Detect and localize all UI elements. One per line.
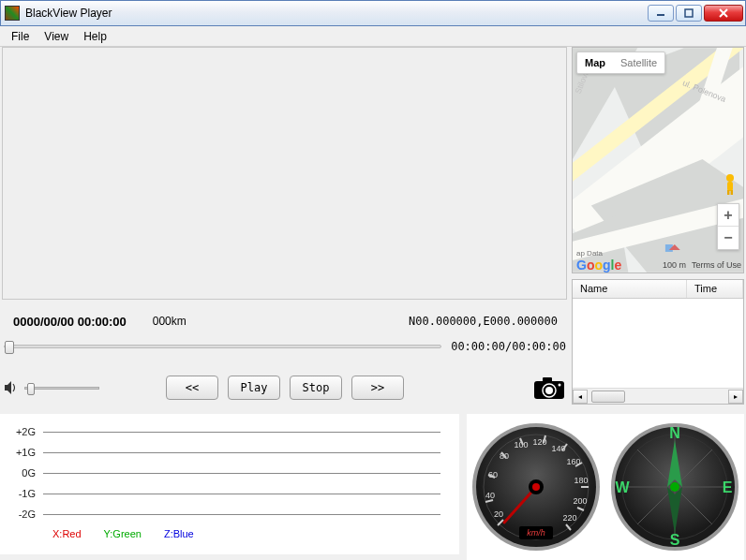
map-panel[interactable]: ul. Polenova Stilova Map Satellite + − a…	[572, 47, 744, 273]
menu-bar: File View Help	[0, 26, 746, 47]
map-type-map[interactable]: Map	[577, 52, 613, 73]
app-icon	[5, 6, 20, 21]
file-list-header: Name Time	[573, 280, 743, 299]
volume-icon	[4, 380, 19, 395]
g-label: +1G	[7, 447, 36, 458]
window-titlebar: BlackView Player	[0, 0, 746, 26]
svg-point-9	[559, 384, 561, 387]
g-label: +2G	[7, 426, 36, 437]
gauges-panel: 20 40 60 80 100 120 140 160 180 200 220	[467, 414, 744, 560]
svg-rect-6	[543, 377, 552, 382]
maximize-icon	[684, 8, 694, 18]
legend-z: Z:Blue	[164, 528, 194, 539]
svg-rect-23	[727, 190, 729, 195]
legend-x: X:Red	[52, 528, 82, 539]
playback-info-row: 0000/00/00 00:00:00 000km N00.000000,E00…	[2, 307, 567, 335]
svg-point-21	[726, 174, 734, 182]
file-list-body[interactable]	[573, 299, 743, 388]
play-button[interactable]: Play	[228, 376, 280, 400]
forward-button[interactable]: >>	[351, 376, 404, 400]
svg-text:220: 220	[562, 513, 576, 523]
menu-view[interactable]: View	[37, 28, 76, 45]
scroll-track[interactable]	[588, 390, 728, 404]
timestamp-label: 0000/00/00 00:00:00	[13, 315, 127, 329]
map-data-label: ap Data	[576, 249, 603, 258]
volume-slider[interactable]	[24, 387, 99, 390]
map-zoom-control: + −	[717, 203, 739, 250]
snapshot-button[interactable]	[532, 375, 566, 401]
map-type-control: Map Satellite	[576, 52, 665, 74]
svg-point-8	[545, 387, 553, 394]
svg-marker-4	[5, 381, 11, 394]
minimize-button[interactable]	[648, 5, 674, 22]
volume-thumb[interactable]	[27, 383, 35, 395]
gsensor-graph: +2G +1G 0G -1G -2G X:Red Y:Green Z:Blue	[0, 414, 459, 554]
zoom-out-button[interactable]: −	[718, 227, 739, 249]
window-title: BlackView Player	[25, 7, 648, 20]
svg-rect-1	[685, 9, 693, 17]
maximize-button[interactable]	[676, 5, 702, 22]
svg-point-61	[670, 482, 679, 492]
horizontal-scrollbar[interactable]: ◂ ▸	[573, 388, 743, 404]
seek-slider[interactable]	[4, 345, 441, 348]
scroll-thumb[interactable]	[591, 391, 625, 403]
close-icon	[718, 8, 729, 18]
g-label: -2G	[7, 508, 36, 520]
gps-coords-label: N00.000000,E000.000000	[409, 315, 558, 328]
video-display	[2, 47, 567, 300]
compass-w: W	[615, 479, 630, 495]
close-button[interactable]	[704, 5, 743, 22]
speedometer-gauge: 20 40 60 80 100 120 140 160 180 200 220	[470, 421, 602, 553]
svg-text:200: 200	[573, 496, 587, 506]
seek-thumb[interactable]	[5, 341, 14, 354]
map-terms-link[interactable]: Terms of Use	[692, 260, 741, 270]
menu-help[interactable]: Help	[76, 28, 114, 45]
column-time[interactable]: Time	[687, 280, 743, 298]
map-footer: Google 100 m Terms of Use	[573, 258, 743, 273]
seek-row: 00:00:00/00:00:00	[4, 335, 566, 358]
distance-label: 000km	[153, 315, 186, 328]
svg-text:20: 20	[494, 509, 503, 519]
speed-unit-label: km/h	[527, 528, 545, 538]
stop-button[interactable]: Stop	[290, 376, 342, 400]
svg-rect-24	[731, 190, 733, 195]
google-logo: Google	[576, 258, 621, 273]
g-label: -1G	[7, 488, 36, 499]
file-list-panel: Name Time ◂ ▸	[572, 279, 744, 405]
compass-gauge: N E S W	[609, 421, 740, 553]
menu-file[interactable]: File	[4, 28, 37, 45]
svg-point-52	[532, 483, 540, 491]
minimize-icon	[656, 8, 665, 18]
streetview-pegman[interactable]	[723, 173, 738, 196]
map-type-satellite[interactable]: Satellite	[613, 52, 664, 73]
compass-s: S	[670, 532, 680, 548]
scroll-right-arrow[interactable]: ▸	[728, 390, 743, 404]
compass-n: N	[669, 425, 680, 441]
zoom-in-button[interactable]: +	[718, 204, 739, 227]
map-scale-label: 100 m	[663, 260, 686, 270]
column-name[interactable]: Name	[573, 280, 687, 298]
controls-row: << Play Stop >>	[4, 371, 566, 405]
g-label: 0G	[7, 467, 36, 479]
scroll-left-arrow[interactable]: ◂	[573, 390, 588, 404]
seek-time-label: 00:00:00/00:00:00	[451, 340, 566, 353]
svg-text:40: 40	[485, 491, 495, 500]
rewind-button[interactable]: <<	[166, 376, 218, 400]
compass-e: E	[723, 479, 733, 495]
svg-rect-22	[727, 182, 733, 191]
svg-text:180: 180	[574, 476, 588, 485]
legend-y: Y:Green	[104, 528, 142, 539]
